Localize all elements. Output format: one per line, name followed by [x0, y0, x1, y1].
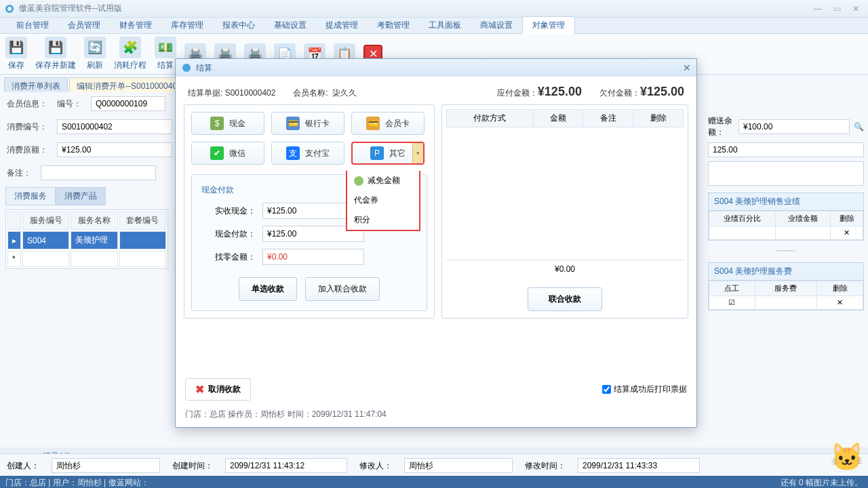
ribbon-refresh[interactable]: 🔄刷新	[84, 37, 106, 71]
print-checkbox[interactable]	[602, 385, 611, 394]
ribbon-consume[interactable]: 🧩消耗疗程	[114, 37, 146, 71]
modify-time-input[interactable]	[578, 458, 700, 473]
tab-basic-settings[interactable]: 基础设置	[264, 17, 316, 34]
print-after-checkout[interactable]: 结算成功后打印票据	[602, 384, 687, 395]
grid-col-code[interactable]: 服务编号	[22, 211, 69, 230]
service-fee-panel: S004 美颈护理服务费 点工 服务费 删除 ☑✕	[708, 262, 864, 310]
pay-other-button[interactable]: P 其它 ▾	[351, 142, 425, 165]
app-logo-icon	[4, 3, 15, 14]
combined-collect-button[interactable]: 联合收款	[528, 287, 602, 311]
member-info-label: 会员信息：	[7, 98, 47, 110]
side-blank-input[interactable]	[708, 161, 864, 186]
footer-form: 创建人： 创建时间： 修改人： 修改时间：	[0, 453, 868, 477]
save-icon: 💾	[5, 37, 27, 58]
tab-mall[interactable]: 商城设置	[471, 17, 522, 34]
tab-member[interactable]: 会员管理	[58, 17, 110, 34]
grid-col-name[interactable]: 服务名称	[71, 211, 117, 230]
order-no-input[interactable]	[57, 119, 172, 134]
gift-balance-label: 赠送余额：	[708, 115, 734, 138]
dialog-status-line: 门店：总店 操作员：周怡杉 时间：2099/12/31 11:47:04	[185, 409, 687, 420]
single-collect-button[interactable]: 单选收款	[239, 277, 297, 301]
dialog-titlebar: 结算 ✕	[176, 59, 696, 77]
side-amount-input[interactable]	[708, 142, 864, 157]
sales-perf-panel: S004 美颈护理销售业绩 业绩百分比 业绩金额 删除 ✕	[708, 192, 864, 241]
cancel-collect-button[interactable]: ✖取消收款	[185, 378, 251, 401]
maximize-button[interactable]: ▭	[829, 4, 845, 14]
sub-tab-service[interactable]: 消费服务	[5, 187, 56, 205]
svg-point-2	[182, 64, 191, 72]
mascot-icon: 🐱	[830, 441, 864, 473]
statusbar-right: 还有 0 幅图片未上传。	[781, 477, 863, 487]
modifier-input[interactable]	[404, 458, 513, 473]
lookup-icon[interactable]: 🔍	[854, 122, 864, 131]
refresh-icon: 🔄	[84, 37, 106, 58]
dropdown-item-voucher[interactable]: 代金券	[347, 190, 419, 210]
dropdown-item-points[interactable]: 积分	[347, 210, 419, 230]
member-no-label: 编号：	[57, 98, 81, 110]
doc-tab-list[interactable]: 消费开单列表	[4, 77, 68, 92]
chevron-down-icon[interactable]: ▾	[412, 143, 423, 163]
order-no-label: 消费编号：	[7, 121, 47, 133]
dialog-title: 结算	[196, 62, 212, 74]
consume-icon: 🧩	[119, 37, 141, 58]
bank-card-icon: 💳	[286, 117, 300, 130]
order-amount-input[interactable]	[57, 142, 172, 157]
join-combined-button[interactable]: 加入联合收款	[305, 277, 380, 301]
member-no-input[interactable]	[91, 96, 165, 111]
ribbon-checkout[interactable]: 💵结算	[155, 37, 176, 71]
dropdown-item-waive[interactable]: 减免金额	[347, 171, 419, 190]
grid-row[interactable]: ▸ S004 美颈护理	[7, 231, 166, 249]
remark-input[interactable]	[41, 165, 156, 180]
tab-commission[interactable]: 提成管理	[316, 17, 368, 34]
pay-bank-button[interactable]: 💳银行卡	[271, 112, 344, 135]
tab-front-desk[interactable]: 前台管理	[7, 17, 58, 34]
ribbon-save-new[interactable]: 💾保存并新建	[35, 37, 76, 71]
sales-perf-title: S004 美颈护理销售业绩	[709, 193, 863, 211]
statusbar-left: 门店：总店 | 用户：周怡杉 | 傲蓝网站：	[5, 477, 149, 487]
gift-balance-input[interactable]	[738, 119, 850, 134]
grid-new-row[interactable]: *	[7, 251, 166, 267]
payment-total: ¥0.00	[446, 260, 684, 278]
right-side-panels: 赠送余额： 🔍 S004 美颈护理销售业绩 业绩百分比 业绩金额 删除 ✕ ┄┄…	[708, 115, 864, 310]
other-pay-icon: P	[370, 146, 384, 160]
tab-attendance[interactable]: 考勤管理	[368, 17, 419, 34]
doc-tab-edit[interactable]: 编辑消费开单--S001000040	[69, 77, 184, 92]
grid-col-combo[interactable]: 套餐编号	[119, 211, 166, 230]
cash-change-input[interactable]	[262, 249, 364, 265]
service-grid: 服务编号 服务名称 套餐编号 ▸ S004 美颈护理 *	[5, 209, 168, 269]
other-pay-dropdown: 减免金额 代金券 积分	[346, 171, 420, 231]
svg-point-1	[7, 7, 12, 11]
order-amount-label: 消费原额：	[7, 144, 47, 156]
table-row[interactable]: ☑✕	[709, 296, 863, 310]
dialog-close-button[interactable]: ✕	[683, 62, 691, 73]
waive-icon	[354, 176, 363, 186]
pay-member-button[interactable]: 💳会员卡	[351, 112, 425, 135]
close-window-button[interactable]: ✕	[848, 4, 864, 14]
table-row[interactable]: ✕	[709, 226, 863, 240]
tab-object-mgmt[interactable]: 对象管理	[522, 16, 575, 35]
remark-label: 备注：	[7, 167, 31, 179]
tab-inventory[interactable]: 库存管理	[161, 17, 213, 34]
window-title: 傲蓝美容院管理软件--试用版	[19, 3, 122, 14]
create-time-input[interactable]	[225, 458, 347, 473]
wechat-icon: ✔	[210, 146, 224, 160]
pay-cash-button[interactable]: $现金	[191, 112, 264, 135]
service-fee-title: S004 美颈护理服务费	[709, 263, 863, 281]
sub-tab-product[interactable]: 消费产品	[56, 187, 106, 205]
window-titlebar: 傲蓝美容院管理软件--试用版 ― ▭ ✕	[0, 0, 868, 18]
cash-icon: $	[210, 117, 224, 130]
minimize-button[interactable]: ―	[810, 4, 826, 14]
status-bar: 门店：总店 | 用户：周怡杉 | 傲蓝网站： 还有 0 幅图片未上传。	[0, 476, 868, 488]
pay-alipay-button[interactable]: 支支付宝	[271, 142, 344, 165]
alipay-icon: 支	[286, 146, 300, 160]
dialog-logo-icon	[181, 62, 192, 73]
creator-input[interactable]	[52, 458, 160, 473]
ribbon-save[interactable]: 💾保存	[5, 37, 27, 71]
save-new-icon: 💾	[45, 37, 66, 58]
payment-right-panel: 付款方式 金额 备注 删除 ¥0.00 联合收款	[441, 104, 688, 319]
pay-wechat-button[interactable]: ✔微信	[191, 142, 264, 165]
tab-finance[interactable]: 财务管理	[110, 17, 161, 34]
cancel-icon: ✖	[195, 383, 204, 396]
tab-tools[interactable]: 工具面板	[419, 17, 471, 34]
tab-reports[interactable]: 报表中心	[213, 17, 264, 34]
